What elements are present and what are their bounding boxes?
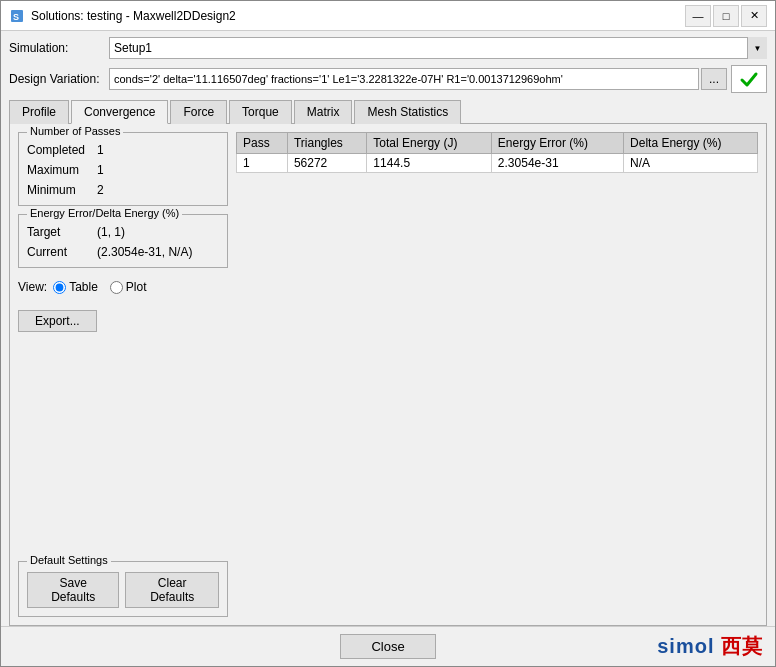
target-row: Target (1, 1)	[27, 225, 219, 239]
bottom-center: Close	[263, 634, 513, 659]
table-radio-label: Table	[69, 280, 98, 294]
panels: Number of Passes Completed 1 Maximum 1 M…	[18, 132, 758, 617]
minimum-value: 2	[97, 183, 104, 197]
target-value: (1, 1)	[97, 225, 125, 239]
maximum-row: Maximum 1	[27, 163, 219, 177]
tab-torque[interactable]: Torque	[229, 100, 292, 124]
design-variation-dots-button[interactable]: ...	[701, 68, 727, 90]
view-row: View: Table Plot	[18, 280, 228, 294]
table-cell: 1144.5	[367, 154, 492, 173]
table-radio[interactable]	[53, 281, 66, 294]
table-radio-item[interactable]: Table	[53, 280, 98, 294]
svg-text:S: S	[13, 12, 19, 22]
save-defaults-button[interactable]: Save Defaults	[27, 572, 119, 608]
default-settings-title: Default Settings	[27, 554, 111, 566]
tab-mesh-statistics[interactable]: Mesh Statistics	[354, 100, 461, 124]
maximize-button[interactable]: □	[713, 5, 739, 27]
design-variation-label: Design Variation:	[9, 72, 109, 86]
bottom-content: Close simol 西莫	[13, 633, 763, 660]
current-value: (2.3054e-31, N/A)	[97, 245, 192, 259]
current-label: Current	[27, 245, 97, 259]
simulation-label: Simulation:	[9, 41, 109, 55]
main-window: S Solutions: testing - Maxwell2DDesign2 …	[0, 0, 776, 667]
completed-label: Completed	[27, 143, 97, 157]
app-icon: S	[9, 8, 25, 24]
tab-profile[interactable]: Profile	[9, 100, 69, 124]
plot-radio[interactable]	[110, 281, 123, 294]
simulation-row: Simulation: Setup1 ▼	[9, 37, 767, 59]
table-row: 1562721144.52.3054e-31N/A	[237, 154, 758, 173]
content-area: Simulation: Setup1 ▼ Design Variation: .…	[1, 31, 775, 626]
close-button[interactable]: Close	[340, 634, 435, 659]
col-delta-energy: Delta Energy (%)	[624, 133, 758, 154]
simol-text-en: simol	[657, 635, 721, 657]
table-cell: 2.3054e-31	[491, 154, 623, 173]
window-controls: — □ ✕	[685, 5, 767, 27]
target-label: Target	[27, 225, 97, 239]
current-row: Current (2.3054e-31, N/A)	[27, 245, 219, 259]
tab-matrix[interactable]: Matrix	[294, 100, 353, 124]
col-triangles: Triangles	[287, 133, 366, 154]
export-button[interactable]: Export...	[18, 310, 97, 332]
default-settings-group: Default Settings Save Defaults Clear Def…	[18, 561, 228, 617]
bottom-right: simol 西莫	[513, 633, 763, 660]
energy-error-group: Energy Error/Delta Energy (%) Target (1,…	[18, 214, 228, 268]
clear-defaults-button[interactable]: Clear Defaults	[125, 572, 219, 608]
table-cell: 56272	[287, 154, 366, 173]
tab-force[interactable]: Force	[170, 100, 227, 124]
design-variation-row: Design Variation: ...	[9, 65, 767, 93]
simol-logo: simol 西莫	[657, 633, 763, 660]
checkmark-button[interactable]	[731, 65, 767, 93]
minimum-label: Minimum	[27, 183, 97, 197]
col-total-energy: Total Energy (J)	[367, 133, 492, 154]
tab-convergence[interactable]: Convergence	[71, 100, 168, 124]
completed-row: Completed 1	[27, 143, 219, 157]
col-energy-error: Energy Error (%)	[491, 133, 623, 154]
simol-text-cn: 西莫	[721, 635, 763, 657]
plot-radio-label: Plot	[126, 280, 147, 294]
left-panel: Number of Passes Completed 1 Maximum 1 M…	[18, 132, 228, 617]
bottom-bar: Close simol 西莫	[1, 626, 775, 666]
design-variation-input[interactable]	[109, 68, 699, 90]
simulation-select-wrapper: Setup1 ▼	[109, 37, 767, 59]
table-header-row: Pass Triangles Total Energy (J) Energy E…	[237, 133, 758, 154]
table-cell: N/A	[624, 154, 758, 173]
checkmark-icon	[738, 68, 760, 90]
col-pass: Pass	[237, 133, 288, 154]
close-window-button[interactable]: ✕	[741, 5, 767, 27]
right-panel: Pass Triangles Total Energy (J) Energy E…	[236, 132, 758, 617]
default-buttons: Save Defaults Clear Defaults	[27, 572, 219, 608]
table-cell: 1	[237, 154, 288, 173]
spacer	[18, 340, 228, 553]
view-label: View:	[18, 280, 47, 294]
export-row: Export...	[18, 310, 228, 332]
number-of-passes-group: Number of Passes Completed 1 Maximum 1 M…	[18, 132, 228, 206]
window-title: Solutions: testing - Maxwell2DDesign2	[31, 9, 685, 23]
minimum-row: Minimum 2	[27, 183, 219, 197]
convergence-table: Pass Triangles Total Energy (J) Energy E…	[236, 132, 758, 173]
minimize-button[interactable]: —	[685, 5, 711, 27]
simulation-select[interactable]: Setup1	[109, 37, 767, 59]
number-of-passes-title: Number of Passes	[27, 125, 123, 137]
main-tab-area: Number of Passes Completed 1 Maximum 1 M…	[9, 124, 767, 626]
plot-radio-item[interactable]: Plot	[110, 280, 147, 294]
tab-bar: Profile Convergence Force Torque Matrix …	[9, 99, 767, 124]
energy-error-title: Energy Error/Delta Energy (%)	[27, 207, 182, 219]
title-bar: S Solutions: testing - Maxwell2DDesign2 …	[1, 1, 775, 31]
completed-value: 1	[97, 143, 104, 157]
maximum-label: Maximum	[27, 163, 97, 177]
view-radio-group: Table Plot	[53, 280, 146, 294]
maximum-value: 1	[97, 163, 104, 177]
